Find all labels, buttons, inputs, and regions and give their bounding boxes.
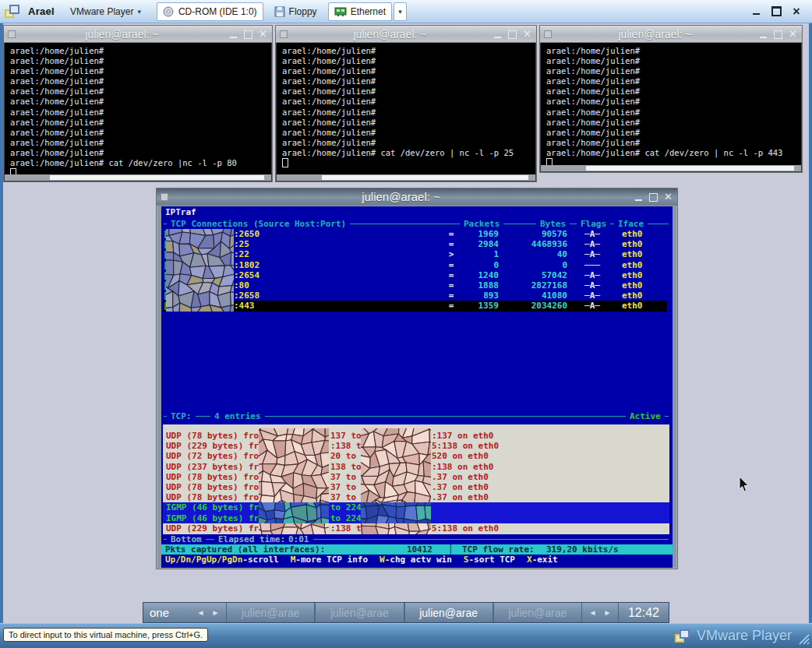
workspace-arrows: ◄ ► [190, 603, 226, 622]
terminal-line: arael:/home/julien# [546, 86, 801, 97]
terminal-3-scrollbar[interactable] [541, 165, 801, 171]
tcp-box-title: TCP Connections (Source Host:Port) [167, 219, 350, 229]
minimize-icon[interactable] [634, 192, 644, 202]
ethernet-device-button[interactable]: Ethernet [328, 2, 392, 21]
tcp-row: [:443=13592034260─A─eth0 [161, 301, 673, 311]
close-icon[interactable]: ✕ [258, 29, 268, 39]
window-menu-icon[interactable] [280, 30, 288, 38]
maximize-icon[interactable] [648, 192, 658, 202]
terminal-2-content[interactable]: arael:/home/julien#arael:/home/julien#ar… [277, 44, 535, 174]
censored-ip-mosaic [361, 502, 431, 523]
terminal-line: arael:/home/julien# [10, 76, 271, 86]
tcp-iface: eth0 [622, 249, 643, 259]
bottom-label: Bottom [167, 534, 206, 544]
terminal-1-content[interactable]: arael:/home/julien#arael:/home/julien#ar… [5, 44, 271, 174]
terminal-1-scrollbar[interactable] [5, 174, 271, 181]
iptraf-app-label: IPTraf [165, 207, 196, 217]
function-key-item: S-sort TCP [464, 555, 515, 565]
cdrom-device-label: CD-ROM (IDE 1:0) [178, 6, 257, 17]
function-key-item: Up/Dn/PgUp/PgDn-scroll [165, 555, 279, 565]
tcp-flags: ─A─ [573, 301, 612, 311]
traffic-mid-text: to 224 [330, 502, 362, 512]
close-icon[interactable]: ✕ [663, 192, 673, 202]
scrollbar-thumb[interactable] [50, 175, 264, 180]
terminal-line: arael:/home/julien# [10, 86, 271, 97]
tcp-row: [:1802=00───eth0 [161, 260, 673, 270]
elapsed-value: 0:01 [284, 534, 313, 544]
window-menu-icon[interactable] [544, 30, 552, 38]
terminal-line: arael:/home/julien# [10, 128, 271, 138]
workspace-label[interactable]: one [143, 603, 190, 622]
minimize-icon[interactable] [758, 29, 768, 39]
maximize-icon[interactable] [243, 29, 253, 39]
terminal-line: arael:/home/julien# [282, 86, 535, 97]
floppy-device-button[interactable]: Floppy [268, 2, 323, 21]
taskbar-window-button[interactable]: julien@arae [493, 603, 582, 622]
taskbar-window-button[interactable]: julien@arae [404, 603, 493, 622]
taskbar-window-button[interactable]: julien@arae [315, 603, 404, 622]
censored-ip-mosaic [361, 428, 431, 502]
terminal-2-titlebar[interactable]: julien@arael: ~ ✕ [276, 26, 536, 43]
terminal-3-titlebar[interactable]: julien@arael: ~ ✕ [540, 26, 802, 43]
arrow-right-icon[interactable]: ► [212, 608, 220, 617]
close-icon[interactable]: ✕ [522, 29, 532, 39]
maximize-icon[interactable] [773, 29, 783, 39]
resize-grip[interactable] [797, 632, 810, 645]
terminal-line: arael:/home/julien# [546, 46, 801, 56]
taskbar-window-button[interactable]: julien@arae [226, 603, 315, 622]
arrow-left-icon[interactable]: ◄ [197, 608, 205, 617]
tcp-packets: 1969 [436, 229, 499, 239]
traffic-left-text: UDP (237 bytes) from [166, 462, 269, 472]
terminal-2-scrollbar[interactable] [277, 174, 535, 181]
tcp-row: [:22>140─A─eth0 [161, 249, 673, 259]
app-minimize-button[interactable] [750, 5, 762, 18]
app-maximize-button[interactable] [770, 5, 782, 18]
terminal-line: arael:/home/julien# [282, 76, 535, 86]
app-window-controls: × [750, 5, 807, 18]
arrow-right-icon[interactable]: ► [604, 608, 612, 617]
arrow-left-icon[interactable]: ◄ [589, 608, 597, 617]
window-menu-icon[interactable] [161, 193, 168, 201]
tcp-bytes: 90576 [492, 229, 567, 239]
traffic-left-text: UDP (72 bytes) from [166, 451, 264, 461]
vmware-player-menu[interactable]: VMware Player ▾ [65, 4, 146, 19]
app-close-button[interactable]: × [790, 5, 803, 18]
col-iface: Iface [614, 219, 648, 229]
terminal-1-titlebar[interactable]: julien@arael: ~ ✕ [4, 26, 272, 43]
traffic-right-text: 5:138 on eth0 [432, 523, 499, 534]
traffic-right-text: :138 on eth0 [432, 462, 493, 472]
tcp-row: [:80=18882827168─A─eth0 [161, 280, 673, 291]
terminal-line: arael:/home/julien# [10, 138, 271, 148]
traffic-mid-text: 138 to [330, 462, 362, 472]
col-flags: Flags [577, 219, 610, 229]
tcp-port: :2658 [234, 291, 259, 301]
tcp-port: :25 [234, 239, 249, 249]
scrollbar-thumb[interactable] [322, 175, 528, 180]
ethernet-dropdown-button[interactable]: ▾ [394, 2, 407, 21]
terminal-command-line: arael:/home/julien# cat /dev/zero | nc -… [546, 148, 801, 158]
traffic-left-text: UDP (229 bytes) from [166, 523, 269, 534]
iptraf-titlebar[interactable]: julien@arael: ~ ✕ [157, 188, 677, 206]
terminal-line: arael:/home/julien# [10, 107, 271, 118]
iptraf-screen[interactable]: IPTraf TCP Connections (Source Host:Port… [161, 206, 673, 568]
function-key-item: X-exit [527, 555, 558, 565]
tcp-flags: ─A─ [573, 229, 612, 239]
window-menu-icon[interactable] [8, 30, 16, 38]
minimize-icon[interactable] [228, 29, 238, 39]
cdrom-device-button[interactable]: CD-ROM (IDE 1:0) [157, 2, 263, 21]
maximize-icon[interactable] [507, 29, 517, 39]
terminal-3-content[interactable]: arael:/home/julien#arael:/home/julien#ar… [541, 44, 801, 165]
minimize-icon[interactable] [492, 29, 503, 39]
terminal-cursor-line [282, 158, 535, 168]
tcp-iface: eth0 [622, 270, 643, 280]
scrollbar-thumb[interactable] [586, 166, 794, 171]
tcp-bytes: 4468936 [492, 239, 567, 249]
close-icon[interactable]: ✕ [788, 29, 798, 39]
flow-rate-label: TCP flow rate: [462, 544, 535, 555]
terminal-line: arael:/home/julien# [10, 56, 271, 66]
terminal-cursor-line [546, 158, 801, 165]
tcp-bytes: 41080 [492, 291, 567, 301]
terminal-cursor [282, 158, 288, 167]
function-key: W [380, 555, 385, 565]
tcp-flags: ─A─ [573, 291, 612, 301]
